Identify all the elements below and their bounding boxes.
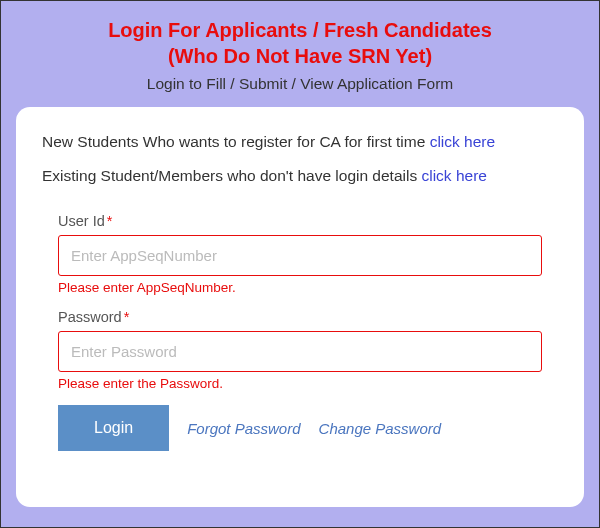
user-id-label: User Id* bbox=[58, 213, 542, 229]
user-id-error: Please enter AppSeqNumber. bbox=[58, 280, 542, 295]
new-students-link[interactable]: click here bbox=[430, 133, 495, 150]
password-label-text: Password bbox=[58, 309, 122, 325]
existing-students-info: Existing Student/Members who don't have … bbox=[42, 167, 558, 185]
existing-students-link[interactable]: click here bbox=[421, 167, 486, 184]
change-password-link[interactable]: Change Password bbox=[319, 420, 442, 437]
title-line-2: (Who Do Not Have SRN Yet) bbox=[168, 45, 432, 67]
page-title: Login For Applicants / Fresh Candidates … bbox=[16, 17, 584, 69]
new-students-info: New Students Who wants to register for C… bbox=[42, 133, 558, 151]
login-form: User Id* Please enter AppSeqNumber. Pass… bbox=[42, 201, 558, 451]
existing-students-text: Existing Student/Members who don't have … bbox=[42, 167, 421, 184]
login-panel: Login For Applicants / Fresh Candidates … bbox=[0, 0, 600, 528]
page-subtitle: Login to Fill / Submit / View Applicatio… bbox=[16, 75, 584, 93]
new-students-text: New Students Who wants to register for C… bbox=[42, 133, 430, 150]
login-button[interactable]: Login bbox=[58, 405, 169, 451]
form-actions: Login Forgot Password Change Password bbox=[58, 405, 542, 451]
forgot-password-link[interactable]: Forgot Password bbox=[187, 420, 300, 437]
password-label: Password* bbox=[58, 309, 542, 325]
user-id-input[interactable] bbox=[58, 235, 542, 276]
title-line-1: Login For Applicants / Fresh Candidates bbox=[108, 19, 492, 41]
password-input[interactable] bbox=[58, 331, 542, 372]
required-star-icon: * bbox=[124, 309, 130, 325]
login-card: New Students Who wants to register for C… bbox=[16, 107, 584, 507]
required-star-icon: * bbox=[107, 213, 113, 229]
user-id-label-text: User Id bbox=[58, 213, 105, 229]
password-error: Please enter the Password. bbox=[58, 376, 542, 391]
